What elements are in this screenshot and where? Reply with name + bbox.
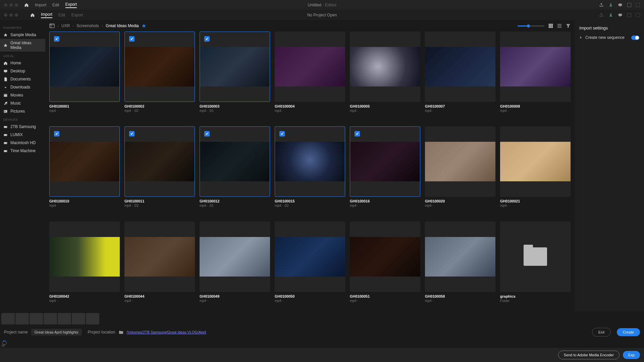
home-icon[interactable] (30, 13, 35, 17)
chat-icon[interactable] (618, 3, 623, 7)
strip-thumbnail[interactable] (15, 313, 29, 324)
crumb[interactable]: UXR (61, 23, 70, 28)
clip-item[interactable]: GH0100004mp4 · (275, 32, 345, 122)
clip-thumbnail[interactable] (425, 32, 495, 102)
clip-thumbnail[interactable] (124, 32, 195, 102)
checkbox-checked-icon[interactable] (129, 131, 135, 136)
clip-item[interactable]: GH0100016mp4 · (350, 126, 420, 217)
grid-view-icon[interactable] (548, 23, 553, 28)
zoom-slider[interactable] (518, 25, 544, 26)
sidebar-item[interactable]: Desktop (0, 67, 45, 75)
sidebar-item[interactable]: Documents (0, 75, 45, 83)
clip-thumbnail[interactable] (275, 222, 345, 292)
sidebar-item[interactable]: 2TB Samsung (0, 123, 45, 131)
checkbox-checked-icon[interactable] (355, 131, 360, 136)
list-view-icon[interactable] (557, 23, 562, 28)
sidebar-item[interactable]: Time Machine (0, 147, 45, 155)
clip-item[interactable]: GH0100007mp4 · (425, 32, 495, 122)
tab-export[interactable]: Export (71, 13, 83, 17)
strip-thumbnail[interactable] (86, 313, 99, 324)
crumb-current[interactable]: Great Ideas Media (106, 23, 139, 28)
clip-item[interactable]: graphicsFolder (500, 222, 571, 312)
sidebar-item[interactable]: Macintosh HD (0, 139, 45, 147)
clip-item[interactable]: GH0100005mp4 · (350, 32, 420, 122)
beaker-icon[interactable] (608, 13, 613, 17)
sidebar-item[interactable]: Sample Media (0, 31, 45, 39)
strip-thumbnail[interactable] (72, 313, 85, 324)
clip-thumbnail[interactable] (124, 222, 195, 292)
beaker-icon[interactable] (608, 3, 613, 7)
create-button[interactable]: Create (617, 328, 640, 336)
sidebar-item[interactable]: LUMIX (0, 131, 45, 139)
clip-thumbnail[interactable] (200, 126, 270, 197)
checkbox-checked-icon[interactable] (204, 36, 210, 42)
clip-item[interactable]: GH0100051mp4 · (350, 222, 420, 312)
star-filled-icon[interactable] (142, 23, 146, 28)
clip-thumbnail[interactable] (425, 222, 495, 292)
clip-thumbnail[interactable] (49, 32, 120, 102)
maximize-icon[interactable] (627, 13, 631, 17)
tab-export-outer[interactable]: Export (65, 2, 77, 8)
sidebar-item[interactable]: Movies (0, 91, 45, 99)
clip-item[interactable]: GH0100002mp4 · :02 (124, 32, 195, 122)
clip-item[interactable]: GH0100011mp4 · :03 (124, 126, 195, 217)
share-icon[interactable] (599, 3, 604, 7)
filter-icon[interactable] (566, 23, 571, 28)
checkbox-checked-icon[interactable] (204, 131, 210, 136)
tab-import[interactable]: Import (41, 12, 52, 18)
clip-item[interactable]: GH0100058mp4 · (425, 222, 495, 312)
crumb[interactable]: Screenshots (76, 23, 99, 28)
clip-item[interactable]: GH0100010mp4 · (49, 126, 120, 217)
sidebar-item[interactable]: Home (0, 59, 45, 67)
checkbox-checked-icon[interactable] (54, 36, 59, 42)
clip-thumbnail[interactable] (500, 222, 571, 292)
strip-thumbnail[interactable] (44, 313, 57, 324)
tab-edit[interactable]: Edit (58, 13, 65, 17)
clip-item[interactable]: GH0100044mp4 · (124, 222, 195, 312)
share-icon[interactable] (599, 13, 604, 17)
inner-window-controls[interactable] (4, 13, 18, 17)
clip-thumbnail[interactable] (124, 126, 195, 197)
clip-item[interactable]: GH0100049mp4 · (200, 222, 270, 312)
clip-thumbnail[interactable] (275, 32, 345, 102)
checkbox-checked-icon[interactable] (279, 131, 285, 136)
window-controls[interactable] (4, 3, 18, 7)
checkbox-checked-icon[interactable] (54, 131, 59, 136)
clip-item[interactable]: GH0100008mp4 · (500, 32, 571, 122)
project-name-input[interactable]: Great ideas April highlights (31, 329, 82, 336)
strip-thumbnail[interactable] (58, 313, 71, 324)
clip-thumbnail[interactable] (49, 126, 120, 197)
clip-thumbnail[interactable] (425, 126, 495, 197)
clip-thumbnail[interactable] (200, 222, 270, 292)
checkbox-checked-icon[interactable] (129, 36, 135, 42)
export-button[interactable]: Exp (623, 351, 640, 359)
strip-thumbnail[interactable] (30, 313, 43, 324)
create-sequence-toggle[interactable] (631, 36, 639, 40)
clip-item[interactable]: GH0100012mp4 · :01 (200, 126, 270, 217)
clip-thumbnail[interactable] (350, 222, 420, 292)
project-location-path[interactable]: /Volumes/2TB Samsung/Great ideas VLOG/Ap… (127, 330, 206, 334)
send-encoder-button[interactable]: Send to Adobe Media Encoder (558, 351, 620, 359)
clip-item[interactable]: GH0100001mp4 · (49, 32, 120, 122)
strip-thumbnail[interactable] (1, 313, 15, 324)
tab-edit-outer[interactable]: Edit (52, 3, 59, 7)
sidebar-item[interactable]: Music (0, 99, 45, 107)
tab-import-outer[interactable]: Import (35, 3, 46, 7)
clip-thumbnail[interactable] (500, 126, 571, 197)
clip-item[interactable]: GH0100042mp4 · (49, 222, 120, 312)
clip-item[interactable]: GH0100003mp4 · :01 (200, 32, 270, 122)
media-browser-icon[interactable] (49, 23, 55, 28)
clip-thumbnail[interactable] (500, 32, 571, 102)
sidebar-item[interactable]: Pictures (0, 107, 45, 115)
clip-thumbnail[interactable] (49, 222, 120, 292)
chat-icon[interactable] (618, 13, 623, 17)
clip-thumbnail[interactable] (350, 32, 420, 102)
clip-item[interactable]: GH0100021mp4 · (500, 126, 571, 217)
fullscreen-icon[interactable] (636, 3, 640, 7)
sidebar-item[interactable]: Great Ideas Media (0, 39, 45, 52)
home-icon[interactable] (24, 3, 29, 7)
fullscreen-icon[interactable] (636, 13, 640, 17)
create-sequence-row[interactable]: Create new sequence (579, 35, 639, 40)
clip-item[interactable]: GH0100015mp4 · :02 (275, 126, 345, 217)
clip-item[interactable]: GH0100020mp4 · (425, 126, 495, 217)
